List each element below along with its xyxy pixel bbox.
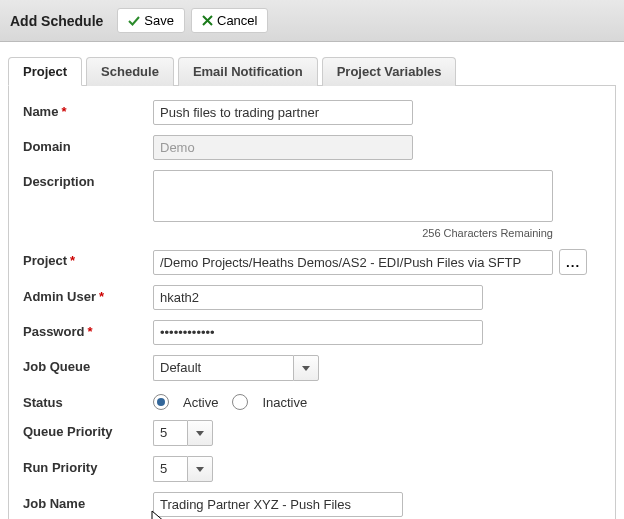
- domain-input: [153, 135, 413, 160]
- queue-priority-select[interactable]: 5: [153, 420, 213, 446]
- char-remaining: 256 Characters Remaining: [153, 227, 553, 239]
- job-queue-select[interactable]: Default: [153, 355, 319, 381]
- status-active-radio[interactable]: [153, 394, 169, 410]
- status-inactive-radio[interactable]: [232, 394, 248, 410]
- chevron-down-icon[interactable]: [293, 355, 319, 381]
- tab-project[interactable]: Project: [8, 57, 82, 86]
- label-run-priority: Run Priority: [23, 456, 153, 475]
- run-priority-value: 5: [153, 456, 187, 482]
- form-panel: Name* Domain Description 256 Characters …: [8, 86, 616, 519]
- label-description: Description: [23, 170, 153, 189]
- chevron-down-icon[interactable]: [187, 456, 213, 482]
- project-input[interactable]: [153, 250, 553, 275]
- status-inactive-label: Inactive: [262, 395, 307, 410]
- cancel-button-label: Cancel: [217, 13, 257, 28]
- save-button-label: Save: [144, 13, 174, 28]
- cursor-icon: [151, 510, 165, 519]
- tab-project-variables[interactable]: Project Variables: [322, 57, 457, 86]
- cancel-button[interactable]: Cancel: [191, 8, 268, 33]
- job-name-input[interactable]: [153, 492, 403, 517]
- label-project: Project*: [23, 249, 153, 268]
- password-input[interactable]: [153, 320, 483, 345]
- browse-project-button[interactable]: ...: [559, 249, 587, 275]
- queue-priority-value: 5: [153, 420, 187, 446]
- label-status: Status: [23, 391, 153, 410]
- page-title: Add Schedule: [10, 13, 103, 29]
- run-priority-select[interactable]: 5: [153, 456, 213, 482]
- label-name: Name*: [23, 100, 153, 119]
- job-queue-value: Default: [153, 355, 293, 381]
- status-active-label: Active: [183, 395, 218, 410]
- x-icon: [202, 15, 213, 26]
- save-button[interactable]: Save: [117, 8, 185, 33]
- tab-schedule[interactable]: Schedule: [86, 57, 174, 86]
- tab-email-notification[interactable]: Email Notification: [178, 57, 318, 86]
- label-job-queue: Job Queue: [23, 355, 153, 374]
- label-job-name: Job Name: [23, 492, 153, 511]
- label-domain: Domain: [23, 135, 153, 154]
- chevron-down-icon[interactable]: [187, 420, 213, 446]
- label-queue-priority: Queue Priority: [23, 420, 153, 439]
- tab-bar: Project Schedule Email Notification Proj…: [8, 56, 616, 86]
- name-input[interactable]: [153, 100, 413, 125]
- description-textarea[interactable]: [153, 170, 553, 222]
- admin-user-input[interactable]: [153, 285, 483, 310]
- header-bar: Add Schedule Save Cancel: [0, 0, 624, 42]
- label-password: Password*: [23, 320, 153, 339]
- check-icon: [128, 15, 140, 27]
- label-admin-user: Admin User*: [23, 285, 153, 304]
